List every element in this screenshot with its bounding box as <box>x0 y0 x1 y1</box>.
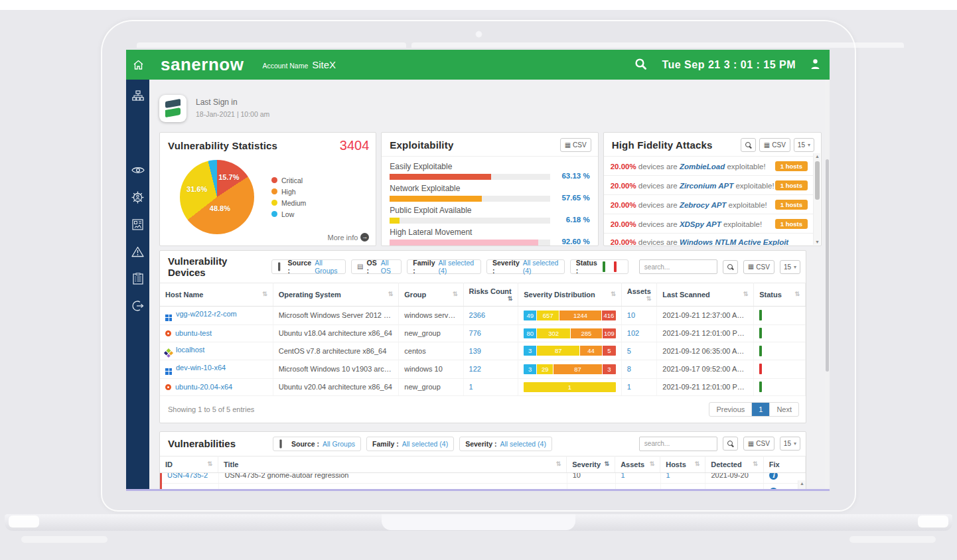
host-name-link[interactable]: ubuntu-test <box>175 329 212 337</box>
severity-pie-chart[interactable]: 15.7%48.8%31.6% <box>180 160 254 234</box>
vulns-scroll-area[interactable]: USN-4735-2USN-4735-2 gnome-autoar regres… <box>160 473 806 490</box>
fix-info-icon[interactable]: i <box>769 473 778 480</box>
assets-count-link[interactable]: 8 <box>627 365 631 373</box>
risks-count-link[interactable]: 122 <box>469 365 481 373</box>
assets-count-link[interactable]: 102 <box>627 329 639 337</box>
scroll-up-arrow[interactable]: ▲ <box>814 154 821 159</box>
attack-name-link[interactable]: Zebrocy APT <box>680 201 727 209</box>
column-header-last-scanned[interactable]: Last Scanned⇅ <box>657 283 754 307</box>
column-header-assets[interactable]: Assets⇅ <box>615 456 660 472</box>
status-offline-icon[interactable] <box>614 263 623 271</box>
status-filter[interactable]: Status : <box>570 259 628 274</box>
attack-name-link[interactable]: ZombieLoad <box>680 163 725 171</box>
logout-icon[interactable] <box>131 299 145 313</box>
attack-name-link[interactable]: Zirconium APT <box>680 182 733 190</box>
column-header-hosts[interactable]: Hosts⇅ <box>660 456 705 472</box>
column-header-status[interactable]: Status⇅ <box>754 283 806 307</box>
sort-icon[interactable]: ⇅ <box>794 291 800 297</box>
severity-distribution-bar[interactable]: 329873 <box>524 364 616 374</box>
host-name-link[interactable]: ubuntu-20.04-x64 <box>175 383 232 391</box>
status-online-icon[interactable] <box>603 263 611 271</box>
alert-triangle-icon[interactable] <box>131 245 145 258</box>
column-header-operating-system[interactable]: Operating System⇅ <box>273 283 399 307</box>
current-page-button[interactable]: 1 <box>751 403 770 416</box>
host-name-link[interactable]: vgg-w2012-r2-com <box>176 310 237 318</box>
sort-icon[interactable]: ⇅ <box>453 291 458 297</box>
column-header-severity-distribution[interactable]: Severity Distribution⇅ <box>518 283 622 307</box>
os-filter[interactable]: ▤ OS :All OS <box>351 259 402 274</box>
hosts-badge[interactable]: 1 hosts <box>775 161 808 171</box>
page-size-select[interactable]: 15▾ <box>780 437 800 451</box>
sort-icon[interactable]: ⇅ <box>753 460 758 467</box>
column-header-host-name[interactable]: Host Name⇅ <box>160 283 273 307</box>
page-size-select[interactable]: 15▾ <box>794 138 814 152</box>
sort-icon[interactable]: ⇅ <box>646 295 652 302</box>
previous-page-button[interactable]: Previous <box>709 403 751 416</box>
sort-icon[interactable]: ⇅ <box>743 291 749 297</box>
table-row[interactable]: USN-4719-1USN-4719-1 ca-certificates upd… <box>161 484 806 490</box>
table-row[interactable]: vgg-w2012-r2-comMicrosoft Windows Server… <box>160 307 806 325</box>
sort-icon[interactable]: ⇅ <box>650 460 655 467</box>
host-name-link[interactable]: dev-win-10-x64 <box>176 364 226 372</box>
next-page-button[interactable]: Next <box>770 403 798 416</box>
hosts-badge[interactable]: 1 hosts <box>775 180 808 190</box>
column-header-risks-count[interactable]: Risks Count⇅ <box>463 283 518 307</box>
home-icon[interactable] <box>126 60 150 70</box>
source-filter[interactable]: Source :All Groups <box>273 437 361 451</box>
severity-filter[interactable]: Severity :All selected (4) <box>486 259 565 274</box>
hosts-badge[interactable]: 1 hosts <box>775 200 808 210</box>
csv-export-button[interactable]: ▦CSV <box>560 138 591 152</box>
risks-count-link[interactable]: 139 <box>469 347 481 355</box>
assets-count-link[interactable]: 1 <box>621 473 625 480</box>
table-row[interactable]: dev-win-10-x64Microsoft Windows 10 v1903… <box>160 360 806 379</box>
severity-distribution-bar[interactable]: 387445 <box>524 346 616 356</box>
hosts-badge[interactable]: 1 hosts <box>775 219 808 229</box>
user-icon[interactable] <box>810 58 820 71</box>
attack-name-link[interactable]: XDSpy APT <box>680 220 721 228</box>
table-row[interactable]: ubuntu-testUbuntu v18.04 architecture x8… <box>160 324 806 342</box>
sort-icon[interactable]: ⇅ <box>508 295 513 302</box>
page-scrollbar[interactable] <box>825 80 830 489</box>
risks-count-link[interactable]: 2366 <box>469 311 485 319</box>
column-header-id[interactable]: ID⇅ <box>160 456 218 472</box>
vulns-scrollbar[interactable]: ▲ <box>798 480 805 490</box>
search-button[interactable] <box>723 437 738 451</box>
attack-name-link[interactable]: Windows NTLM Active Exploit CVE-2019-104… <box>611 238 789 245</box>
devices-search-input[interactable] <box>639 259 717 274</box>
scroll-down-arrow[interactable]: ▼ <box>814 240 821 244</box>
column-header-title[interactable]: Title⇅ <box>218 456 567 472</box>
sitemap-icon[interactable] <box>131 89 145 102</box>
hfa-scrollbar[interactable]: ▲ ▼ <box>813 153 820 245</box>
sort-icon[interactable]: ⇅ <box>695 460 700 467</box>
csv-export-button[interactable]: ▦CSV <box>743 437 774 451</box>
page-size-select[interactable]: 15▾ <box>780 260 800 274</box>
sort-icon[interactable]: ⇅ <box>262 291 267 297</box>
source-filter[interactable]: Source :All Groups <box>271 259 346 274</box>
column-header-fix[interactable]: Fix <box>763 456 805 472</box>
column-header-assets[interactable]: Assets⇅ <box>621 283 656 307</box>
table-row[interactable]: localhostCentOS v7.8 architecture x86_64… <box>160 342 806 360</box>
csv-export-button[interactable]: ▦CSV <box>743 260 774 274</box>
column-header-severity[interactable]: Severity⇅ <box>567 456 615 472</box>
table-row[interactable]: USN-4735-2USN-4735-2 gnome-autoar regres… <box>161 473 806 484</box>
csv-export-button[interactable]: ▦CSV <box>759 138 790 152</box>
severity-distribution-bar[interactable]: 1 <box>524 382 616 392</box>
hosts-count-link[interactable]: 1 <box>666 473 670 480</box>
table-row[interactable]: ubuntu-20.04-x64Ubuntu v20.04 architectu… <box>160 378 806 395</box>
search-icon[interactable] <box>634 58 647 72</box>
column-header-group[interactable]: Group⇅ <box>399 283 463 307</box>
family-filter[interactable]: Family :All selected (4) <box>407 259 481 274</box>
vulns-search-input[interactable] <box>639 437 717 451</box>
assets-count-link[interactable]: 1 <box>627 383 631 391</box>
sort-icon[interactable]: ⇅ <box>611 291 616 297</box>
host-name-link[interactable]: localhost <box>176 346 204 354</box>
sort-icon[interactable]: ⇅ <box>388 291 394 297</box>
gear-user-icon[interactable] <box>131 190 145 204</box>
report-icon[interactable] <box>131 218 145 231</box>
app-logo[interactable]: sanernow <box>161 54 244 75</box>
scroll-up-arrow[interactable]: ▲ <box>798 481 806 486</box>
assets-count-link[interactable]: 10 <box>627 311 635 319</box>
assets-count-link[interactable]: 5 <box>627 347 631 355</box>
sort-icon[interactable]: ⇅ <box>556 460 561 467</box>
severity-distribution-bar[interactable]: 80302285109 <box>524 328 616 338</box>
